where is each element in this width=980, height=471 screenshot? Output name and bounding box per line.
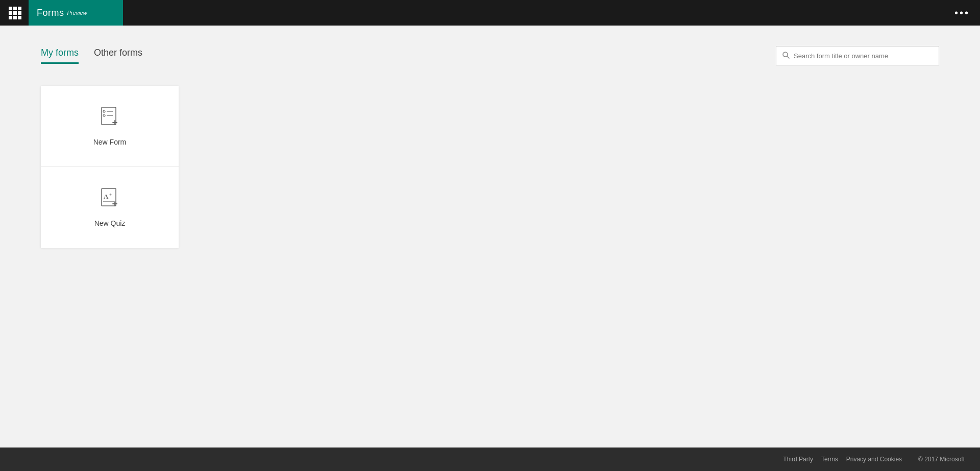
svg-text:A: A xyxy=(104,193,109,200)
new-quiz-label: New Quiz xyxy=(94,219,126,227)
combined-card[interactable]: New Form A + xyxy=(41,86,179,248)
search-icon xyxy=(782,52,790,60)
footer-terms-link[interactable]: Terms xyxy=(821,456,838,463)
new-form-icon xyxy=(99,106,121,131)
more-options-button[interactable]: ••• xyxy=(950,5,974,21)
waffle-menu-icon[interactable] xyxy=(6,4,23,21)
tab-other-forms[interactable]: Other forms xyxy=(94,48,142,64)
footer: Third Party Terms Privacy and Cookies © … xyxy=(0,448,980,471)
svg-point-5 xyxy=(103,114,105,116)
svg-point-3 xyxy=(103,110,105,112)
svg-line-1 xyxy=(787,56,789,58)
new-form-label: New Form xyxy=(93,138,127,146)
footer-third-party-link[interactable]: Third Party xyxy=(783,456,813,463)
brand-preview-label: Preview xyxy=(67,10,87,16)
topbar: Forms Preview ••• xyxy=(0,0,980,26)
new-quiz-section[interactable]: A + New Quiz xyxy=(41,167,179,248)
new-form-section[interactable]: New Form xyxy=(41,86,179,167)
waffle-grid xyxy=(9,7,21,19)
svg-rect-2 xyxy=(102,107,116,125)
brand-name: Forms xyxy=(37,8,64,18)
svg-text:+: + xyxy=(109,192,112,197)
tabs-row: My forms Other forms xyxy=(41,46,939,65)
tab-my-forms[interactable]: My forms xyxy=(41,48,79,64)
main-content: My forms Other forms xyxy=(0,26,980,448)
cards-area: New Form A + xyxy=(41,86,939,248)
new-quiz-icon: A + xyxy=(99,187,121,212)
footer-links: Third Party Terms Privacy and Cookies © … xyxy=(783,456,965,463)
brand-area: Forms Preview xyxy=(29,0,123,26)
search-input[interactable] xyxy=(794,52,933,60)
search-box xyxy=(776,46,939,65)
footer-copyright: © 2017 Microsoft xyxy=(918,456,965,463)
footer-privacy-link[interactable]: Privacy and Cookies xyxy=(846,456,902,463)
